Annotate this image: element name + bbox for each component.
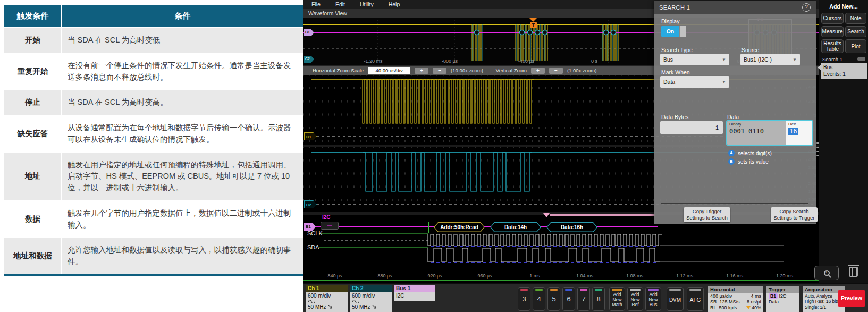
ch1-scale: 600 m/div — [308, 293, 346, 299]
data-bytes-field[interactable]: 1 — [660, 121, 723, 134]
afg-button[interactable]: AFG — [687, 287, 704, 311]
bus1-settings-badge[interactable]: Bus 1 I2C — [394, 285, 435, 302]
app-root: 触发条件 条件 开始 当 SDA 在 SCL 为高时变低 重复开始 在没有前一个… — [0, 0, 868, 312]
table-row: 地址 触发在用户指定的地址或任何预编程的特殊地址，包括通用调用、启动字节、HS … — [4, 153, 303, 201]
bus-decode-data2[interactable]: Data:16h — [546, 222, 597, 232]
channel-7-button[interactable]: 7 — [577, 287, 590, 311]
row-name: 地址和数据 — [4, 238, 62, 275]
menu-help[interactable]: Help — [389, 1, 400, 7]
coupling-icon — [308, 299, 315, 303]
h-zoom-minus-button[interactable]: − — [433, 68, 446, 74]
table-row: 停止 当 SDA 在 SCL 为高时变高。 — [4, 90, 303, 115]
row-name: 开始 — [4, 28, 62, 53]
menu-utility[interactable]: Utility — [360, 1, 374, 7]
time-label: 920 µs — [418, 273, 452, 279]
add-new-ref-button[interactable]: Add New Ref — [627, 287, 643, 311]
search-type-label: Search Type — [661, 47, 693, 53]
v-zoom-plus-button[interactable]: + — [531, 68, 545, 74]
trigger-source-badge: B1 — [769, 293, 778, 299]
h-zoom-plus-button[interactable]: + — [415, 68, 428, 74]
table-row: 地址和数据 允许您输入地址和数据值以及读取与写入，以捕获感兴趣的确切事件。 — [4, 238, 303, 275]
bus1-title: Bus 1 — [394, 285, 435, 292]
bandwidth-icon — [372, 305, 377, 309]
magnifier-icon — [824, 270, 830, 276]
hex-value[interactable]: 16 — [788, 128, 798, 135]
copy-trigger-to-search-button[interactable]: Copy Trigger Settings to Search — [684, 207, 730, 222]
channel-6-button[interactable]: 6 — [562, 287, 575, 311]
row-name: 地址 — [4, 153, 62, 201]
settings-bar: Ch 1 600 m/div 50 MHz Ch 2 600 m/div 50 … — [303, 283, 868, 312]
h-zoom-scale-value[interactable]: 40.00 us/div — [368, 67, 410, 74]
channel-4-button[interactable]: 4 — [533, 287, 545, 311]
bus-decode-address[interactable]: Addr:50h:Read — [434, 222, 485, 232]
trigger-settings-badge[interactable]: Trigger B1 I2C Data — [766, 286, 799, 312]
display-toggle[interactable]: On — [661, 26, 686, 37]
sda-label: SDA — [307, 244, 319, 250]
chevron-down-icon: ▼ — [722, 57, 726, 62]
source-dropdown[interactable]: Bus1 (I2C ) ▼ — [740, 54, 800, 65]
divider — [661, 203, 808, 204]
table-row: 重复开始 在没有前一个停止条件的情况下发生开始条件。通常是当主设备发送多条消息而… — [4, 53, 303, 90]
menu-file[interactable]: File — [311, 1, 321, 7]
search-result-badge[interactable]: Search 1 Bus Events: 1 — [821, 55, 867, 79]
overview-time-label: 0 s — [591, 58, 597, 64]
ch2-title: Ch 2 — [350, 285, 392, 292]
channel-5-button[interactable]: 5 — [547, 287, 560, 311]
add-plot-button[interactable]: Plot — [845, 39, 866, 53]
add-note-button[interactable]: Note — [845, 13, 866, 24]
bus-decode-data1[interactable]: Data:14h — [490, 222, 541, 232]
dvm-button[interactable]: DVM — [667, 287, 684, 311]
hex-section[interactable]: Hex 16 — [786, 121, 812, 145]
bus-display-box[interactable]: — — [321, 222, 339, 230]
help-icon[interactable]: ? — [802, 3, 811, 12]
trash-icon[interactable] — [849, 267, 858, 277]
channel-3-button[interactable]: 3 — [518, 287, 530, 311]
binary-section[interactable]: Binary 0001 0110 — [727, 121, 786, 145]
ch1-settings-badge[interactable]: Ch 1 600 m/div 50 MHz — [306, 285, 348, 312]
mark-when-label: Mark When — [661, 69, 690, 75]
menu-edit[interactable]: Edit — [335, 1, 345, 7]
add-new-bus-button[interactable]: Add New Bus — [645, 287, 661, 311]
preview-button[interactable]: Preview — [838, 290, 865, 307]
add-results-table-button[interactable]: Results Table — [821, 39, 844, 53]
search-config-panel: SEARCH 1 ? Display On Search Type Bus ▼ … — [654, 1, 816, 224]
ch2-bandwidth: 50 MHz — [352, 304, 370, 310]
add-search-button[interactable]: Search — [845, 26, 866, 37]
time-label: 1.20 ms — [768, 273, 802, 279]
chevron-down-icon: ▼ — [722, 80, 726, 85]
horizontal-settings-badge[interactable]: Horizontal 400 µs/div4 ms SR: 125 MS/s8 … — [708, 286, 763, 312]
channel-8-button[interactable]: 8 — [592, 287, 605, 311]
search-mark-bar — [550, 214, 655, 216]
knob-a-hint: A selects digit(s) — [728, 150, 772, 156]
zoom-mode-button[interactable] — [814, 266, 839, 280]
col-header-condition: 条件 — [62, 5, 303, 28]
add-measure-button[interactable]: Measure — [821, 26, 844, 37]
source-label: Source — [741, 47, 759, 53]
search-badge-events: Events: 1 — [823, 71, 864, 78]
search-type-dropdown[interactable]: Bus ▼ — [660, 54, 729, 65]
results-bar: Add New... Cursors Note Measure Search R… — [819, 0, 868, 283]
search-mark-triangle-icon — [543, 213, 550, 217]
mark-when-dropdown[interactable]: Data ▼ — [660, 76, 729, 88]
data-value-editor[interactable]: Binary 0001 0110 Hex 16 — [726, 120, 813, 146]
search-panel-header[interactable]: SEARCH 1 ? — [654, 1, 816, 14]
binary-value[interactable]: 0001 0110 — [729, 128, 783, 135]
time-label: 1 ms — [518, 273, 552, 279]
bandwidth-icon — [328, 305, 333, 309]
ch2-settings-badge[interactable]: Ch 2 600 m/div 50 MHz — [350, 285, 392, 312]
search-badge-title: Search 1 — [822, 56, 842, 62]
copy-search-to-trigger-button[interactable]: Copy Search Settings to Trigger — [771, 207, 818, 222]
v-zoom-factor: (1.00x zoom) — [567, 68, 596, 73]
trigger-conditions-table: 触发条件 条件 开始 当 SDA 在 SCL 为高时变低 重复开始 在没有前一个… — [4, 4, 303, 276]
graticule-bottom-edge — [303, 280, 819, 281]
search-badge-toggle[interactable] — [857, 57, 865, 61]
v-zoom-minus-button[interactable]: − — [549, 68, 563, 74]
trigger-position-marker[interactable]: T — [529, 18, 537, 28]
search-badge-type: Bus — [823, 64, 864, 71]
add-new-math-button[interactable]: Add New Math — [609, 287, 625, 311]
coupling-icon — [352, 299, 359, 303]
add-new-title: Add New... — [819, 3, 868, 10]
overview-time-label: -400 µs — [518, 58, 534, 64]
chevron-down-icon: ▼ — [793, 57, 797, 62]
add-cursors-button[interactable]: Cursors — [821, 13, 844, 24]
